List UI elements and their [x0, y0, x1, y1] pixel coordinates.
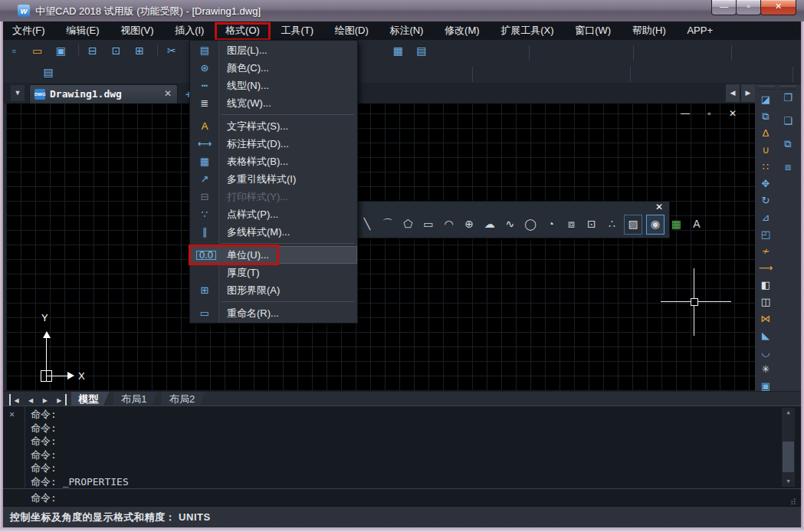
drawing-canvas[interactable]: — ▫ ✕ Y X [6, 103, 755, 391]
format-menu-item[interactable]: 厚度(T) [190, 264, 357, 281]
format-menu-item[interactable]: ▭ 重命名(R)... [190, 304, 357, 322]
rotate-icon[interactable]: ↻ [756, 193, 775, 209]
menubar-item[interactable]: 视图(V) [111, 21, 162, 40]
circle-icon[interactable]: ⊕ [461, 215, 477, 233]
polygon-icon[interactable]: ⬠ [399, 215, 416, 233]
spline-icon[interactable]: ∿ [501, 215, 518, 233]
format-menu-item[interactable]: ∥ 多线样式(M)... [190, 223, 357, 241]
properties-icon[interactable]: ▤ [413, 42, 430, 59]
stretch-icon[interactable]: ◰ [756, 227, 775, 242]
ellipse-arc-icon[interactable]: ◔ [543, 215, 560, 233]
minimize-button[interactable]: — [711, 0, 737, 15]
gradient-icon[interactable]: ◉ [646, 215, 665, 235]
menubar-item[interactable]: APP+ [678, 21, 722, 40]
plot-icon[interactable]: ⊞ [131, 42, 148, 59]
document-tab[interactable]: DWG Drawing1.dwg ✕ [29, 84, 178, 104]
scroll-up-icon[interactable]: ▲ [782, 408, 795, 418]
fillet-icon[interactable]: ◡ [756, 345, 775, 360]
offset-icon[interactable]: ∪ [756, 143, 775, 158]
layout-tab[interactable]: 模型 [71, 392, 110, 406]
close-button[interactable]: ✕ [760, 0, 796, 15]
menubar-item[interactable]: 窗口(W) [566, 21, 620, 40]
format-menu-item[interactable]: ≣ 线宽(W)... [190, 94, 357, 112]
mtext-icon[interactable]: A [688, 215, 705, 233]
layout-tab[interactable]: 布局1 [113, 392, 157, 406]
menubar-item[interactable]: 帮助(H) [623, 21, 675, 40]
format-menu-item[interactable]: ∵ 点样式(P)... [190, 205, 357, 223]
menubar-item[interactable]: 绘图(D) [326, 21, 378, 40]
format-menu-item[interactable]: A 文字样式(S)... [190, 117, 357, 135]
menubar-item[interactable]: 扩展工具(X) [491, 21, 563, 40]
array-icon[interactable]: ∷ [756, 159, 775, 175]
mirror-icon[interactable]: ∆ [756, 126, 775, 141]
new-file-icon[interactable]: ▫ [5, 42, 22, 59]
menubar-item[interactable]: 工具(T) [271, 21, 323, 40]
format-menu-item[interactable]: ⊞ 图形界限(A) [190, 281, 357, 299]
toolbar-grip[interactable] [758, 86, 775, 90]
tab-scroll-left-button[interactable]: ◀ [726, 84, 740, 102]
resize-grip-icon[interactable]: ⣴ [790, 495, 796, 505]
arc-icon[interactable]: ◠ [441, 215, 458, 233]
scrollbar-thumb[interactable] [783, 442, 794, 472]
save-icon[interactable]: ▣ [52, 42, 69, 59]
close-command-icon[interactable]: ✕ [9, 409, 15, 419]
drawing-window-controls[interactable]: — ▫ ✕ [681, 108, 744, 119]
command-scrollbar[interactable]: ▲ ▼ [782, 408, 795, 487]
extend-icon[interactable]: ⟶ [756, 261, 775, 276]
ucs-y-label: Y [41, 312, 48, 323]
print-preview-icon[interactable]: ⊡ [108, 42, 125, 59]
format-menu-item[interactable]: ▤ 图层(L)... [190, 41, 357, 59]
paste-clip-icon[interactable]: ❏ [779, 113, 797, 129]
doc-tab-list-icon[interactable]: ▼ [11, 85, 25, 101]
hatch-icon[interactable]: ▨ [624, 215, 642, 235]
copy-clip-icon[interactable]: ❐ [779, 90, 797, 106]
close-tab-icon[interactable]: ✕ [164, 88, 172, 99]
insert-block-icon[interactable]: ⧈ [563, 215, 579, 233]
menubar-item[interactable]: 修改(M) [435, 21, 489, 40]
format-menu-item[interactable]: ⟷ 标注样式(D)... [190, 135, 357, 153]
move-icon[interactable]: ✥ [756, 176, 775, 192]
revision-cloud-icon[interactable]: ☁ [481, 215, 498, 233]
menubar-item[interactable]: 插入(I) [166, 21, 213, 40]
rectangle-icon[interactable]: ▭ [420, 215, 437, 233]
menubar-item[interactable]: 编辑(E) [57, 21, 108, 40]
line-icon[interactable]: ╲ [359, 215, 376, 233]
scroll-down-icon[interactable]: ▼ [782, 477, 795, 487]
print-icon[interactable]: ⊟ [84, 42, 101, 59]
menubar-item[interactable]: 文件(F) [3, 21, 54, 40]
tab-scroll-right-button[interactable]: ▶ [741, 84, 755, 102]
format-menu-item[interactable]: ⊟ 打印样式(Y)... [190, 188, 357, 205]
layout-tab[interactable]: 布局2 [162, 392, 205, 406]
chamfer-icon[interactable]: ◣ [756, 328, 775, 343]
ellipse-icon[interactable]: ◯ [522, 215, 539, 233]
point-icon[interactable]: ∴ [604, 215, 621, 233]
copy-base-icon[interactable]: ⧉ [779, 136, 797, 152]
restore-button[interactable]: ▫ [736, 0, 761, 15]
table-icon[interactable]: ▦ [668, 215, 684, 233]
format-menu-item[interactable]: ⊛ 颜色(C)... [190, 59, 357, 77]
format-menu-item[interactable]: ↗ 多重引线样式(I) [190, 170, 357, 188]
cut-icon[interactable]: ✂ [163, 42, 180, 59]
join-icon[interactable]: ⋈ [756, 311, 775, 327]
format-menu-item[interactable]: ┅ 线型(N)... [190, 77, 357, 94]
copy-object-icon[interactable]: ⧉ [756, 109, 775, 124]
open-file-icon[interactable]: ▭ [29, 42, 46, 59]
paste-block-icon[interactable]: ⧈ [779, 159, 797, 175]
scale-icon[interactable]: ⊿ [756, 210, 775, 225]
explode-icon[interactable]: ✳ [756, 362, 775, 377]
menubar-item[interactable]: 标注(N) [380, 21, 432, 40]
format-menu-item[interactable]: ▦ 表格样式(B)... [190, 153, 357, 170]
command-input[interactable]: 命令: [31, 491, 57, 505]
toolbar-grip[interactable] [779, 86, 796, 90]
trim-icon[interactable]: ≁ [756, 244, 775, 259]
make-block-icon[interactable]: ⊡ [583, 215, 600, 233]
break-at-point-icon[interactable]: ◧ [756, 277, 775, 293]
format-menu-item[interactable]: 0.0 单位(U)... [190, 246, 357, 264]
break-icon[interactable]: ◫ [756, 294, 775, 310]
layer-properties-icon[interactable]: ▤ [40, 64, 57, 80]
erase-icon[interactable]: ◪ [756, 92, 775, 107]
polyline-icon[interactable]: ⌒ [379, 215, 396, 233]
close-icon[interactable]: ✕ [655, 202, 663, 212]
match-properties-icon[interactable]: ▦ [389, 42, 406, 59]
menubar-item[interactable]: 格式(O) [216, 21, 269, 40]
